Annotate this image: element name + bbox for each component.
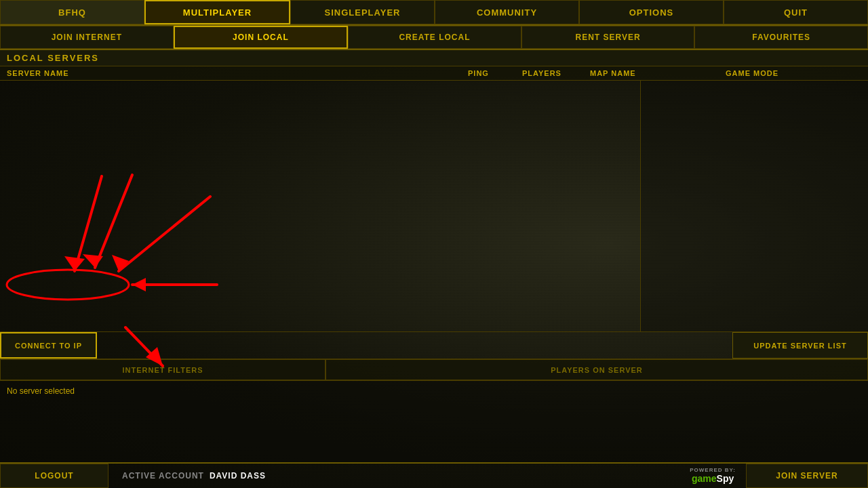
active-account-label: ACTIVE ACCOUNT — [122, 471, 204, 481]
subnav-join-internet[interactable]: JOIN INTERNET — [0, 26, 174, 49]
col-ping: PING — [468, 69, 522, 77]
subnav-rent-server[interactable]: RENT SERVER — [521, 26, 695, 49]
subnav-join-local[interactable]: JOIN LOCAL — [174, 26, 349, 49]
subnav-favourites[interactable]: FAVOURITES — [694, 26, 868, 49]
section-title: LOCAL SERVERS — [0, 50, 868, 66]
internet-filters-tab[interactable]: INTERNET FILTERS — [0, 359, 326, 380]
nav-options[interactable]: OPTIONS — [579, 0, 724, 24]
gamespy-name: gameSpy — [692, 474, 734, 484]
footer-account: ACTIVE ACCOUNT David Dass — [108, 471, 679, 481]
server-area — [0, 81, 868, 331]
top-nav: BFHQ MULTIPLAYER SINGLEPLAYER COMMUNITY … — [0, 0, 868, 26]
bottom-controls: CONNECT TO IP UPDATE SERVER LIST INTERNE… — [0, 331, 868, 462]
footer: LOGOUT ACTIVE ACCOUNT David Dass POWERED… — [0, 462, 868, 488]
nav-singleplayer[interactable]: SINGLEPLAYER — [290, 0, 435, 24]
account-name: David Dass — [210, 471, 266, 481]
update-server-button[interactable]: UPDATE SERVER LIST — [732, 332, 868, 359]
no-server-text: No server selected — [0, 381, 868, 462]
sub-nav: JOIN INTERNET JOIN LOCAL CREATE LOCAL RE… — [0, 26, 868, 50]
col-players: PLAYERS — [522, 69, 590, 77]
table-header: SERVER NAME PING PLAYERS MAP NAME GAME M… — [0, 66, 868, 81]
logout-button[interactable]: LOGOUT — [0, 464, 108, 488]
col-server-name: SERVER NAME — [7, 69, 468, 77]
server-list — [0, 81, 641, 331]
side-panel — [641, 81, 868, 331]
gamespy-logo: POWERED BY: gameSpy — [679, 468, 746, 484]
subnav-create-local[interactable]: CREATE LOCAL — [348, 26, 521, 49]
col-game-mode: GAME MODE — [726, 69, 861, 77]
col-map-name: MAP NAME — [590, 69, 726, 77]
connect-ip-button[interactable]: CONNECT TO IP — [0, 332, 97, 359]
nav-quit[interactable]: QUIT — [724, 0, 868, 24]
controls-row: CONNECT TO IP UPDATE SERVER LIST — [0, 332, 868, 359]
nav-multiplayer[interactable]: MULTIPLAYER — [144, 0, 290, 24]
nav-community[interactable]: COMMUNITY — [435, 0, 579, 24]
nav-bfhq[interactable]: BFHQ — [0, 0, 144, 24]
join-server-button[interactable]: JOIN SERVER — [746, 464, 868, 488]
players-on-server-tab[interactable]: PLAYERS ON SERVER — [326, 359, 868, 380]
tabs-row: INTERNET FILTERS PLAYERS ON SERVER — [0, 359, 868, 381]
